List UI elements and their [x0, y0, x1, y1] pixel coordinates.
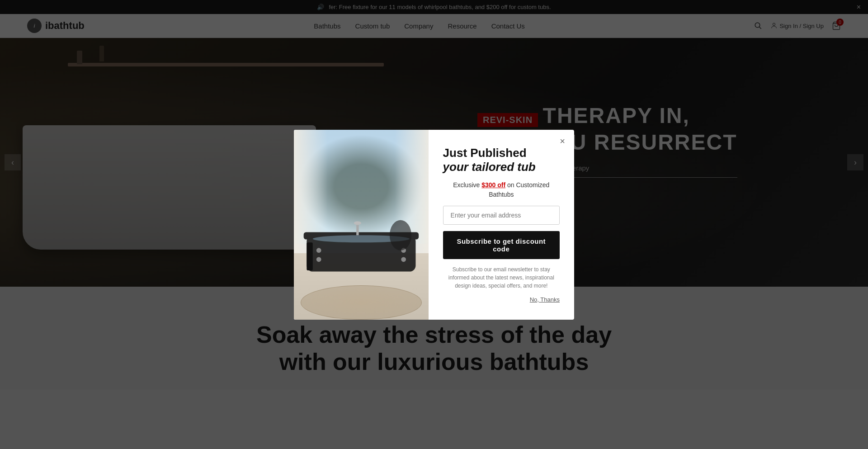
- modal-dialog: × Just Published your tailored tub Exclu…: [294, 130, 574, 320]
- modal-title: Just Published your tailored tub: [443, 146, 560, 174]
- modal-note: Subscribe to our email newsletter to sta…: [443, 265, 560, 290]
- svg-point-9: [316, 248, 321, 253]
- modal-price: $300 off: [481, 181, 505, 189]
- no-thanks-button[interactable]: No, Thanks: [443, 296, 560, 303]
- svg-rect-13: [356, 223, 359, 235]
- svg-point-10: [316, 257, 321, 262]
- svg-point-12: [401, 257, 406, 262]
- modal-subtitle: Exclusive $300 off on Customized Bathtub…: [443, 180, 560, 199]
- modal-close-button[interactable]: ×: [556, 135, 569, 148]
- modal-rug: [301, 285, 422, 320]
- svg-point-16: [390, 220, 411, 250]
- modal-bathtub-svg: [301, 209, 422, 285]
- modal-subtitle-prefix: Exclusive: [453, 181, 481, 189]
- modal-content-panel: × Just Published your tailored tub Exclu…: [429, 130, 574, 320]
- svg-rect-15: [307, 242, 312, 270]
- subscribe-button[interactable]: Subscribe to get discount code: [443, 231, 560, 259]
- modal-title-line1: Just Published: [443, 146, 560, 160]
- modal-overlay[interactable]: × Just Published your tailored tub Exclu…: [0, 0, 868, 389]
- svg-point-14: [354, 221, 361, 225]
- modal-title-line2: your tailored tub: [443, 160, 536, 174]
- modal-image-panel: [294, 130, 429, 320]
- email-input[interactable]: [443, 206, 560, 225]
